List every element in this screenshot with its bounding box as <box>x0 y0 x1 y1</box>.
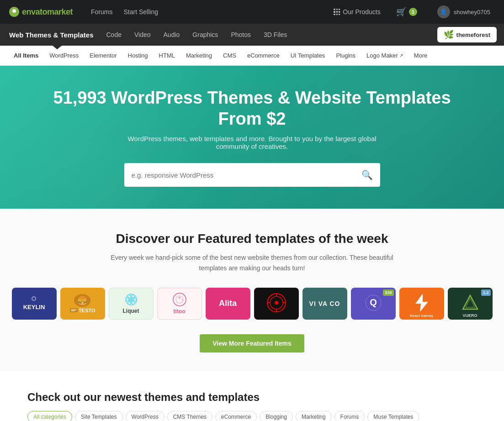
quantum-logo: Q <box>365 294 382 313</box>
tag-ecommerce[interactable]: eCommerce <box>215 411 257 421</box>
svg-marker-19 <box>415 294 428 312</box>
grid-icon <box>334 9 340 15</box>
themeforest-icon: 🌿 <box>444 30 454 40</box>
hero-subtitle: WordPress themes, web templates and more… <box>115 135 389 150</box>
vuero-badge: 1.2 <box>481 289 491 296</box>
tag-marketing[interactable]: Marketing <box>296 411 332 421</box>
alita-label: Alita <box>219 299 237 309</box>
filter-marketing[interactable]: Marketing <box>181 49 217 62</box>
caro-logo <box>266 293 286 315</box>
filter-html[interactable]: HTML <box>154 49 180 62</box>
quantum-badge: $39 <box>383 289 393 296</box>
newest-title: Check out our newest themes and template… <box>27 391 477 404</box>
username: showhey0705 <box>454 9 490 16</box>
titoo-icon <box>172 292 187 307</box>
tag-muse-templates[interactable]: Muse Templates <box>367 411 419 421</box>
svg-point-9 <box>181 300 183 301</box>
vuero-logo <box>461 294 479 314</box>
filter-hosting[interactable]: Hosting <box>123 49 153 62</box>
our-products-menu[interactable]: Our Products <box>334 8 380 16</box>
search-input[interactable] <box>132 171 361 179</box>
featured-items-list: KEYLIN 🍔 WP TESTO <box>9 288 495 320</box>
svg-point-1 <box>12 9 16 13</box>
forums-link[interactable]: Forums <box>91 8 112 16</box>
filter-bar: All Items WordPress Elementor Hosting HT… <box>0 46 504 66</box>
cart-badge: 1 <box>409 8 417 16</box>
search-button[interactable]: 🔍 <box>361 169 373 180</box>
filter-logo-maker[interactable]: Logo Maker ↗ <box>362 49 408 62</box>
newest-tags-list: All categories Site Templates WordPress … <box>27 411 477 421</box>
tag-forums[interactable]: Forums <box>334 411 365 421</box>
brand-label: Web Themes & Templates <box>9 31 94 39</box>
avatar: 👤 <box>437 5 450 18</box>
liquet-content: Liquet <box>123 293 139 314</box>
titoo-label: titoo <box>174 308 186 315</box>
nav-graphics[interactable]: Graphics <box>192 31 218 38</box>
user-menu[interactable]: 👤 showhey0705 <box>433 4 495 20</box>
vivaco-label: VI VA CO <box>309 300 340 308</box>
themeforest-badge[interactable]: 🌿 themeforest <box>437 27 497 42</box>
nav-arrow <box>53 46 62 49</box>
filter-cms[interactable]: CMS <box>218 49 241 62</box>
svg-text:Q: Q <box>370 297 377 307</box>
svg-point-7 <box>173 293 186 306</box>
svg-point-8 <box>179 297 180 299</box>
titoo-content: titoo <box>172 292 187 315</box>
featured-item-quantum[interactable]: Q $39 <box>351 288 396 320</box>
filter-ecommerce[interactable]: eCommerce <box>243 49 284 62</box>
svg-point-12 <box>275 301 278 305</box>
tag-cms-themes[interactable]: CMS Themes <box>167 411 212 421</box>
cart-button[interactable]: 🛒 1 <box>392 4 422 20</box>
filter-ui-templates[interactable]: UI Templates <box>286 49 330 62</box>
logo-icon <box>9 7 19 17</box>
tag-blogging[interactable]: Blogging <box>260 411 293 421</box>
featured-item-vuero[interactable]: VUERO 1.2 <box>448 288 493 320</box>
testo-icon: 🍔 WP TESTO <box>70 294 95 313</box>
bolt-logo <box>414 293 430 315</box>
filter-wordpress[interactable]: WordPress <box>45 49 83 62</box>
bolt-subtitle: React Gatsby <box>410 314 433 318</box>
nav-video[interactable]: Video <box>134 31 151 38</box>
nav-photos[interactable]: Photos <box>231 31 251 38</box>
featured-item-keylin[interactable]: KEYLIN <box>12 288 57 320</box>
external-link-icon: ↗ <box>399 53 403 58</box>
tag-all-categories[interactable]: All categories <box>27 411 72 421</box>
search-icon: 🔍 <box>361 169 373 180</box>
top-navigation: envatomarket Forums Start Selling Our Pr… <box>0 0 504 24</box>
svg-point-3 <box>130 298 133 301</box>
start-selling-link[interactable]: Start Selling <box>124 8 158 16</box>
featured-item-titoo[interactable]: titoo <box>157 288 202 320</box>
cart-icon: 🛒 <box>396 7 406 17</box>
logo-text: envatomarket <box>22 7 73 17</box>
filter-more[interactable]: More <box>409 49 432 62</box>
featured-item-liquet[interactable]: Liquet <box>109 288 154 320</box>
secondary-navigation: Web Themes & Templates Code Video Audio … <box>0 24 504 46</box>
testo-label: TESTO <box>79 308 95 313</box>
liquet-label: Liquet <box>123 308 139 314</box>
filter-all-items[interactable]: All Items <box>9 49 43 62</box>
keylin-label: KEYLIN <box>23 304 45 311</box>
newest-section: Check out our newest themes and template… <box>0 371 504 421</box>
view-more-button[interactable]: View More Featured Items <box>200 334 304 353</box>
featured-item-vivaco[interactable]: VI VA CO <box>302 288 347 320</box>
search-bar: 🔍 <box>124 163 380 187</box>
filter-plugins[interactable]: Plugins <box>331 49 360 62</box>
nav-code[interactable]: Code <box>106 31 122 38</box>
featured-item-testo[interactable]: 🍔 WP TESTO <box>60 288 105 320</box>
logo[interactable]: envatomarket <box>9 7 73 17</box>
liquet-icon <box>125 293 138 306</box>
featured-item-bolt[interactable]: React Gatsby <box>399 288 444 320</box>
vuero-label: VUERO <box>462 313 477 318</box>
svg-marker-21 <box>466 298 475 307</box>
featured-title: Discover our Featured templates of the w… <box>9 232 495 246</box>
featured-description: Every week we hand-pick some of the best… <box>97 253 408 273</box>
featured-item-alita[interactable]: Alita <box>206 288 250 320</box>
nav-3dfiles[interactable]: 3D Files <box>264 31 287 38</box>
themeforest-label: themeforest <box>456 32 490 38</box>
tag-site-templates[interactable]: Site Templates <box>75 411 123 421</box>
nav-audio[interactable]: Audio <box>164 31 180 38</box>
filter-elementor[interactable]: Elementor <box>85 49 121 62</box>
tag-wordpress[interactable]: WordPress <box>126 411 164 421</box>
featured-item-caro[interactable] <box>254 288 299 320</box>
our-products-label: Our Products <box>343 8 380 16</box>
